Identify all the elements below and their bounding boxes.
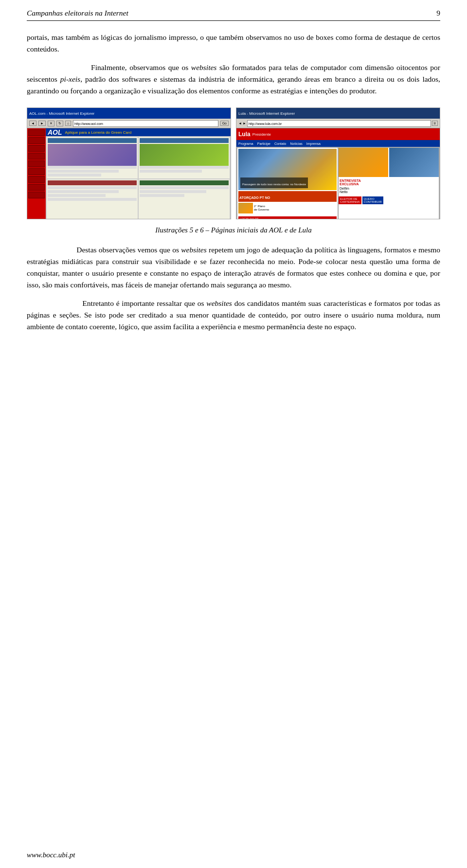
lula-toolbar: ◄ ► http://www.lula.com.br Ir <box>236 119 440 128</box>
paragraph-4: Entretanto é importante ressaltar que os… <box>27 298 440 333</box>
lula-item-1: 2° Planode Governo <box>238 203 337 213</box>
p4-websites: websites <box>206 299 232 307</box>
lula-thumb-1 <box>238 203 253 213</box>
p2-pixels: pi-xeis <box>60 75 80 83</box>
page-footer: www.bocc.ubi.pt <box>27 851 75 859</box>
lula-left-col: Passagem de tudo isso nesta conta: no No… <box>237 148 338 219</box>
p2-text-start: Finalmente, observamos que os <box>91 63 191 71</box>
aol-sidebar-item-4 <box>28 153 45 159</box>
aol-line-6 <box>48 186 137 189</box>
aol-cell-header-2 <box>140 138 229 143</box>
aol-grid <box>46 136 231 219</box>
p2-websites: websites <box>191 63 217 71</box>
footer-url: www.bocc.ubi.pt <box>27 851 75 859</box>
lula-back-btn[interactable]: ◄ <box>238 122 242 125</box>
paragraph-2: Finalmente, observamos que os websites s… <box>27 62 440 97</box>
page-number: 9 <box>436 9 440 18</box>
lula-ato-text: ATORÇADO PT NO <box>239 196 270 199</box>
lula-right-col: ENTREVISTAEXCLUSIVA DelfimNetto ELEITOR … <box>339 148 439 219</box>
aol-line-2 <box>48 170 119 173</box>
lula-nav-imprensa[interactable]: Imprensa <box>306 142 321 145</box>
page-container: Campanhas eleitorais na Internet 9 porta… <box>0 0 467 868</box>
aol-line-12 <box>140 194 184 197</box>
lula-screenshot: Lula - Microsoft Internet Explorer ◄ ► h… <box>236 108 440 219</box>
header-title: Campanhas eleitorais na Internet <box>27 9 128 18</box>
aol-titlebar-text: AOL.com - Microsoft Internet Explorer <box>29 111 94 116</box>
lula-photo-1 <box>339 148 388 177</box>
lula-login-btn[interactable]: LOGIN DO PT <box>238 216 337 219</box>
lula-item-text-1: 2° Planode Governo <box>254 205 269 212</box>
caption-text: Ilustrações 5 e 6 – Páginas iniciais da … <box>155 226 312 234</box>
page-header: Campanhas eleitorais na Internet 9 <box>27 0 440 21</box>
aol-sidebar-item-8 <box>28 184 45 191</box>
p2-indent-spacer <box>27 63 91 71</box>
lula-quero-btn[interactable]: QUEROCONTRIBUIR <box>362 196 383 204</box>
p2-text-cont: , padrão dos softwares e sistemas da ind… <box>27 75 440 95</box>
aol-stop-btn[interactable]: ✕ <box>48 121 54 126</box>
paragraph-3: Destas observações vemos que os websites… <box>27 244 440 291</box>
lula-headline-text: Passagem de tudo isso nesta conta: no No… <box>242 183 306 186</box>
aol-titlebar: AOL.com - Microsoft Internet Explorer <box>27 108 231 119</box>
aol-line-11 <box>140 190 206 193</box>
lula-header-subtitle: Presidente <box>252 132 271 137</box>
lula-logo: Lula <box>238 131 251 138</box>
aol-main-content: AOL Aplique para a Lorreria do Green Car… <box>46 128 231 219</box>
p3-websites: websites <box>181 246 207 254</box>
aol-sidebar-item-3 <box>28 145 45 152</box>
aol-cell-header-4 <box>140 180 229 185</box>
aol-cell-1 <box>47 137 138 178</box>
lula-right-photos <box>339 148 439 177</box>
aol-fwd-btn[interactable]: ► <box>38 121 46 126</box>
lula-entrevista-headline: ENTREVISTAEXCLUSIVA <box>340 179 438 186</box>
lula-main-image: Passagem de tudo isso nesta conta: no No… <box>238 149 337 190</box>
aol-line-1 <box>48 166 137 169</box>
lula-nav-contato[interactable]: Contato <box>274 142 287 145</box>
p3-text-start: Destas observações vemos que os <box>76 246 181 254</box>
aol-logo: AOL <box>48 128 62 136</box>
aol-line-3 <box>48 174 101 177</box>
aol-back-btn[interactable]: ◄ <box>29 121 36 126</box>
aol-sidebar <box>27 128 46 219</box>
aol-home-btn[interactable]: ⌂ <box>65 121 71 126</box>
aol-address-bar[interactable]: http://www.aol.com <box>73 120 218 127</box>
aol-banner-text: Aplique para a Lorreria do Green Card <box>65 130 132 135</box>
aol-sidebar-item-1 <box>28 129 45 136</box>
lula-right-text-block: ENTREVISTAEXCLUSIVA DelfimNetto <box>339 178 439 195</box>
aol-line-8 <box>48 194 106 197</box>
aol-banner: AOL Aplique para a Lorreria do Green Car… <box>46 128 231 136</box>
lula-nav-programa[interactable]: Programa <box>238 142 253 145</box>
aol-cell-header-1 <box>48 138 137 143</box>
lula-titlebar: Lula - Microsoft Internet Explorer <box>236 108 440 119</box>
lula-titlebar-text: Lula - Microsoft Internet Explorer <box>238 111 295 116</box>
p3-indent <box>27 246 76 254</box>
lula-delfim-text: DelfimNetto <box>340 187 438 194</box>
lula-go-btn[interactable]: Ir <box>432 121 438 126</box>
aol-line-9 <box>48 198 137 201</box>
lula-eleitor-btn[interactable]: ELEITOR DECARTEIRINHA <box>339 196 361 204</box>
aol-screenshot-container: AOL.com - Microsoft Internet Explorer ◄ … <box>27 107 231 219</box>
images-row: AOL.com - Microsoft Internet Explorer ◄ … <box>27 107 440 219</box>
aol-image-1 <box>48 144 137 166</box>
aol-toolbar: ◄ ► ✕ ↻ ⌂ http://www.aol.com Go <box>27 119 231 128</box>
aol-content: AOL Aplique para a Lorreria do Green Car… <box>27 128 231 219</box>
p4-text-start: Entretanto é importante ressaltar que os <box>82 299 206 307</box>
lula-main-grid: Passagem de tudo isso nesta conta: no No… <box>236 147 440 219</box>
lula-ato-box: ATORÇADO PT NO <box>238 191 337 202</box>
lula-nav: Programa Participe Contato Notícias Impr… <box>236 140 440 147</box>
lula-nav-noticias[interactable]: Notícias <box>290 142 303 145</box>
aol-sidebar-item-6 <box>28 168 45 175</box>
aol-refresh-btn[interactable]: ↻ <box>56 121 63 126</box>
aol-line-4 <box>140 166 229 169</box>
aol-cell-4 <box>139 179 230 219</box>
lula-address-bar[interactable]: http://www.lula.com.br <box>247 120 431 127</box>
aol-sidebar-item-7 <box>28 176 45 183</box>
paragraph-1: portais, mas também as lógicas do jornal… <box>27 32 440 55</box>
image-caption: Ilustrações 5 e 6 – Páginas iniciais da … <box>27 225 440 235</box>
aol-cell-3 <box>47 179 138 219</box>
p4-indent <box>27 299 82 307</box>
lula-fwd-btn[interactable]: ► <box>243 122 246 125</box>
lula-btn-row: ELEITOR DECARTEIRINHA QUEROCONTRIBUIR <box>339 196 439 204</box>
aol-screenshot: AOL.com - Microsoft Internet Explorer ◄ … <box>27 108 231 219</box>
lula-nav-participe[interactable]: Participe <box>257 142 270 145</box>
aol-go-btn[interactable]: Go <box>220 121 229 126</box>
